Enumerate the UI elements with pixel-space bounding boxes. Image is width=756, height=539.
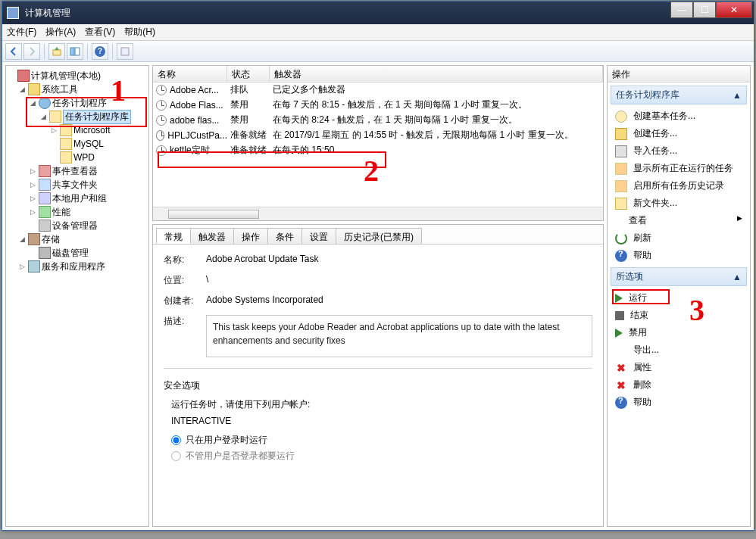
close-button[interactable]: ✕ <box>716 2 752 18</box>
actions-pane: 操作 任务计划程序库▲ 创建基本任务... 创建任务... 导入任务... 显示… <box>607 65 751 527</box>
app-icon <box>7 7 19 19</box>
tab-general[interactable]: 常规 <box>156 228 191 244</box>
history-icon <box>615 180 627 192</box>
action-help2[interactable]: 帮助 <box>608 394 750 411</box>
properties-icon: ✖ <box>615 362 627 374</box>
titlebar: 计算机管理 — ☐ ✕ <box>2 2 754 24</box>
task-clock-icon <box>156 115 167 126</box>
tree-microsoft[interactable]: Microsoft <box>73 125 111 136</box>
task-state: 准备就绪 <box>227 144 270 157</box>
tree-scheduler[interactable]: 任务计划程序 <box>52 97 107 110</box>
tree-sharedfolders[interactable]: 共享文件夹 <box>52 179 98 192</box>
task-detail-pane: 常规 触发器 操作 条件 设置 历史记录(已禁用) 名称:Adobe Acrob… <box>152 224 604 527</box>
minimize-button[interactable]: — <box>670 2 693 18</box>
tree-diskmgmt[interactable]: 磁盘管理 <box>52 247 89 260</box>
actions-section-library[interactable]: 任务计划程序库▲ <box>611 86 747 104</box>
radio-any-user[interactable] <box>171 451 181 461</box>
runas-label: 运行任务时，请使用下列用户帐户: <box>171 398 592 411</box>
col-name[interactable]: 名称 <box>153 66 227 82</box>
menubar: 文件(F) 操作(A) 查看(V) 帮助(H) <box>2 24 754 41</box>
security-header: 安全选项 <box>164 379 592 392</box>
task-state: 禁用 <box>227 114 270 126</box>
action-refresh[interactable]: 刷新 <box>608 229 750 247</box>
actions-section-selected[interactable]: 所选项▲ <box>611 267 747 286</box>
performance-icon <box>39 206 51 218</box>
radio-logged-on[interactable] <box>171 435 181 445</box>
back-button[interactable] <box>5 43 22 60</box>
task-list[interactable]: Adobe Acr...排队已定义多个触发器Adobe Flas...禁用在每 … <box>153 83 603 207</box>
tree-performance[interactable]: 性能 <box>52 206 70 219</box>
tree-root[interactable]: 计算机管理(本地) <box>31 70 101 83</box>
col-state[interactable]: 状态 <box>227 66 270 82</box>
menu-action[interactable]: 操作(A) <box>45 26 76 39</box>
tab-settings[interactable]: 设置 <box>301 228 336 244</box>
forward-button[interactable] <box>23 43 40 60</box>
task-name: Adobe Acr... <box>170 85 219 95</box>
action-create-task[interactable]: 创建任务... <box>608 125 750 142</box>
value-name: Adobe Acrobat Update Task <box>206 254 592 266</box>
action-import[interactable]: 导入任务... <box>608 142 750 160</box>
task-row[interactable]: Adobe Flas...禁用在每 7 天的 8:15 - 触发后，在 1 天 … <box>153 98 603 113</box>
task-row[interactable]: Adobe Acr...排队已定义多个触发器 <box>153 83 603 98</box>
main-window: 计算机管理 — ☐ ✕ 文件(F) 操作(A) 查看(V) 帮助(H) ? 计算… <box>2 1 754 531</box>
task-row[interactable]: adobe flas...禁用在每天的 8:24 - 触发后，在 1 天 期间每… <box>153 113 603 128</box>
help-button[interactable]: ? <box>92 43 108 60</box>
storage-icon <box>28 233 40 245</box>
col-trigger[interactable]: 触发器 <box>270 66 603 82</box>
action-create-basic[interactable]: 创建基本任务... <box>608 107 750 125</box>
tree-scheduler-library[interactable]: 任务计划程序库 <box>63 110 131 124</box>
event-icon <box>39 165 51 177</box>
folder-icon <box>49 111 61 123</box>
task-icon <box>615 128 627 140</box>
task-clock-icon <box>156 100 167 111</box>
tree-services[interactable]: 服务和应用程序 <box>42 260 105 273</box>
action-disable[interactable]: 禁用 <box>608 324 750 341</box>
tab-triggers[interactable]: 触发器 <box>190 228 234 244</box>
folder-icon <box>60 138 72 150</box>
svg-rect-1 <box>70 48 74 55</box>
up-button[interactable] <box>48 43 65 60</box>
tab-history[interactable]: 历史记录(已禁用) <box>336 228 422 244</box>
tree-localusers[interactable]: 本地用户和组 <box>52 192 107 205</box>
action-help[interactable]: 帮助 <box>608 247 750 264</box>
svg-rect-2 <box>75 48 80 55</box>
menu-file[interactable]: 文件(F) <box>7 26 36 39</box>
task-name: adobe flas... <box>170 115 219 126</box>
action-run[interactable]: 运行 <box>608 289 750 307</box>
scrollbar-horizontal[interactable] <box>153 207 603 220</box>
value-location: \ <box>206 274 592 287</box>
action-enable-history[interactable]: 启用所有任务历史记录 <box>608 177 750 195</box>
tree-systools[interactable]: 系统工具 <box>42 83 78 96</box>
tab-actions[interactable]: 操作 <box>233 228 268 244</box>
show-hide-tree-button[interactable] <box>67 43 83 60</box>
action-export[interactable]: 导出... <box>608 341 750 359</box>
actions-title: 操作 <box>608 66 750 83</box>
task-row[interactable]: HPLJCustPa...准备就绪在 2017/9/1 星期五 的 14:55 … <box>153 128 603 143</box>
menu-view[interactable]: 查看(V) <box>85 26 115 39</box>
label-name: 名称: <box>164 254 206 266</box>
navigation-tree[interactable]: 计算机管理(本地) ◢系统工具 ◢任务计划程序 ◢任务计划程序库 <box>5 65 149 527</box>
task-trigger: 在每天的 8:24 - 触发后，在 1 天 期间每隔 1 小时 重复一次。 <box>270 114 603 126</box>
task-row[interactable]: kettle定时...准备就绪在每天的 15:50 <box>153 143 603 158</box>
menu-help[interactable]: 帮助(H) <box>124 26 155 39</box>
toolbar: ? <box>2 41 754 62</box>
value-desc[interactable]: This task keeps your Adobe Reader and Ac… <box>206 315 592 357</box>
detail-body: 名称:Adobe Acrobat Update Task 位置:\ 创建者:Ad… <box>153 245 603 526</box>
tree-devmgr[interactable]: 设备管理器 <box>52 220 98 232</box>
action-properties[interactable]: ✖属性 <box>608 359 750 376</box>
tree-wpd[interactable]: WPD <box>73 152 95 163</box>
svg-rect-3 <box>121 48 129 55</box>
action-delete[interactable]: ✖删除 <box>608 376 750 394</box>
maximize-button[interactable]: ☐ <box>693 2 716 18</box>
action-end[interactable]: 结束 <box>608 307 750 324</box>
action-new-folder[interactable]: 新文件夹... <box>608 195 750 212</box>
action-view[interactable]: 查看▶ <box>608 212 750 229</box>
tab-conditions[interactable]: 条件 <box>267 228 302 244</box>
disable-icon <box>615 329 623 338</box>
properties-button[interactable] <box>117 43 133 60</box>
task-list-pane: 名称 状态 触发器 Adobe Acr...排队已定义多个触发器Adobe Fl… <box>152 65 604 221</box>
tree-mysql[interactable]: MySQL <box>73 139 104 149</box>
tree-eventviewer[interactable]: 事件查看器 <box>52 165 98 178</box>
action-show-running[interactable]: 显示所有正在运行的任务 <box>608 160 750 177</box>
tree-storage[interactable]: 存储 <box>42 233 60 246</box>
